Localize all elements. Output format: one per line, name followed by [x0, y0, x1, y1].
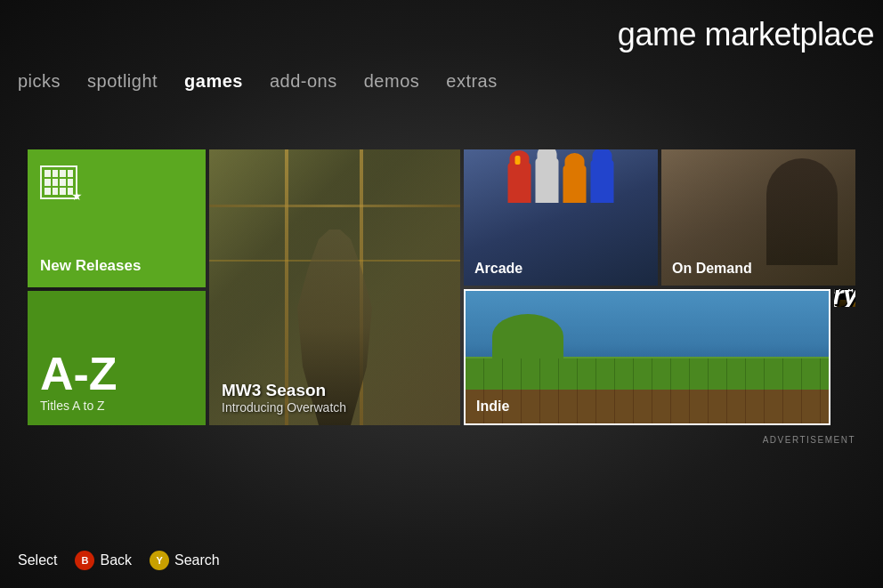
new-releases-icon: ★: [40, 165, 77, 199]
search-label: Search: [174, 552, 220, 568]
tile-grid: ★ New Releases A-Z Titles A to Z MW3 Sea…: [28, 149, 855, 425]
indie-label: Indie: [476, 399, 818, 415]
back-label: Back: [100, 552, 132, 568]
ondemand-label: On Demand: [672, 261, 845, 277]
ad-title-text: ScaryGirl: [834, 289, 855, 307]
search-action[interactable]: Y Search: [150, 551, 220, 570]
select-label: Select: [18, 552, 57, 568]
tile-new-releases[interactable]: ★ New Releases: [28, 149, 206, 287]
tile-featured[interactable]: MW3 Season Introducing Overwatch: [209, 149, 460, 425]
nav-bar: picks spotlight games add-ons demos extr…: [18, 71, 498, 92]
featured-text: MW3 Season Introducing Overwatch: [222, 381, 346, 415]
right-column: Arcade On Demand: [464, 149, 855, 425]
nav-item-extras[interactable]: extras: [446, 71, 497, 92]
advertisement-label: ADVERTISEMENT: [763, 435, 855, 445]
nav-item-picks[interactable]: picks: [18, 71, 61, 92]
tile-ondemand[interactable]: On Demand: [661, 149, 855, 286]
tile-az[interactable]: A-Z Titles A to Z: [28, 291, 206, 425]
y-button[interactable]: Y: [150, 551, 169, 570]
arcade-characters: [508, 158, 614, 203]
featured-main-text: MW3 Season: [222, 381, 346, 400]
tile-indie[interactable]: Indie: [464, 289, 830, 425]
tile-arcade[interactable]: Arcade: [464, 149, 658, 286]
new-releases-label: New Releases: [40, 257, 141, 275]
nav-item-addons[interactable]: add-ons: [270, 71, 337, 92]
right-top-row: Arcade On Demand: [464, 149, 855, 286]
bottom-bar: Select B Back Y Search: [18, 551, 220, 570]
right-bottom-row: Indie 800 MSP ScaryGirl DOWNLOAD NOW ADV…: [464, 289, 855, 425]
nav-item-demos[interactable]: demos: [364, 71, 420, 92]
nav-item-spotlight[interactable]: spotlight: [87, 71, 158, 92]
back-action[interactable]: B Back: [75, 551, 132, 570]
page-title: game marketplace: [618, 16, 874, 53]
featured-sub-text: Introducing Overwatch: [222, 400, 346, 415]
tile-advertisement[interactable]: 800 MSP ScaryGirl DOWNLOAD NOW: [834, 289, 855, 307]
left-column: ★ New Releases A-Z Titles A to Z: [28, 149, 206, 425]
nav-item-games[interactable]: games: [184, 71, 243, 92]
az-sub-label: Titles A to Z: [40, 399, 105, 413]
b-button[interactable]: B: [75, 551, 94, 570]
arcade-label: Arcade: [474, 261, 647, 277]
az-big-label: A-Z: [40, 350, 117, 397]
tile-advertisement-wrapper: 800 MSP ScaryGirl DOWNLOAD NOW ADVERTISE…: [834, 289, 855, 425]
